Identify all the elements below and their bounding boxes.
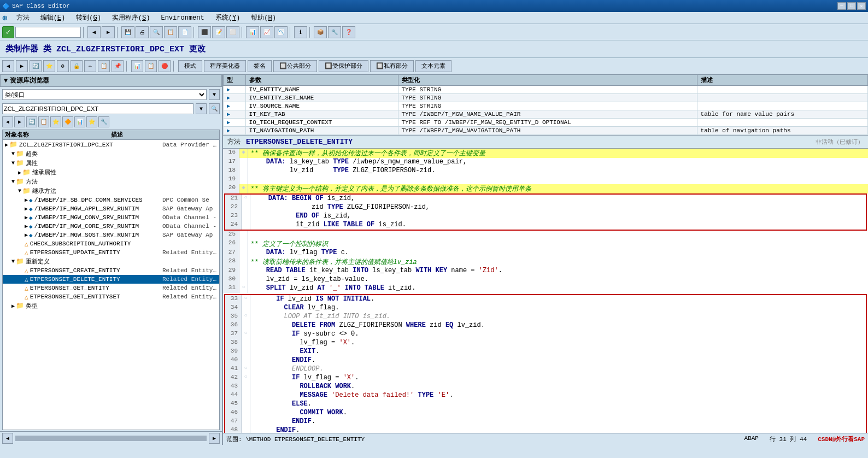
tree-item-create-entity[interactable]: △ ETPERSONSET_CREATE_ENTITY Related Enti… xyxy=(3,266,219,275)
find-button[interactable]: 🔍 xyxy=(150,26,163,38)
tree-toggle-root[interactable]: ▶ xyxy=(5,142,8,148)
tab-signature[interactable]: 签名 xyxy=(248,60,272,72)
tree-item-attributes[interactable]: ▼ 📁 属性 xyxy=(3,158,219,168)
panel-nav-left[interactable]: ◀ xyxy=(2,433,13,444)
tree-toggle-if-mgw-conv[interactable]: ▶ xyxy=(25,214,28,221)
menu-item-system[interactable]: 系统(Y) xyxy=(213,12,243,24)
tree-toggle-redefine[interactable]: ▼ xyxy=(11,259,15,265)
command-input[interactable] xyxy=(15,27,81,38)
panel-tb-4[interactable]: 📋 xyxy=(38,116,49,127)
tb-btn-3[interactable]: 📋 xyxy=(164,26,177,38)
tree-toggle-types[interactable]: ▶ xyxy=(11,303,15,309)
tb-btn-10[interactable]: 📉 xyxy=(274,26,288,38)
print-button[interactable]: 🖨 xyxy=(136,26,149,38)
tree-item-if-mgw-conv[interactable]: ▶ ◆ /IWBEP/IF_MGW_CONV_SRV_RUNTIM OData … xyxy=(3,213,219,222)
sec-btn-4[interactable]: 🔒 xyxy=(71,60,83,72)
class-name-input[interactable] xyxy=(2,103,193,114)
tb-btn-11[interactable]: ℹ xyxy=(294,26,307,38)
tab-mode[interactable]: 模式 xyxy=(178,60,202,72)
tree-item-if-mgw-core[interactable]: ▶ ◆ /IWBEP/IF_MGW_CORE_SRV_RUNTIM OData … xyxy=(3,222,219,231)
sec-btn-10[interactable]: 🔴 xyxy=(159,60,171,72)
tab-public[interactable]: 🔲公共部分 xyxy=(273,60,317,72)
menu-item-goto[interactable]: 转到(G) xyxy=(74,12,103,24)
panel-scrollbar[interactable] xyxy=(15,436,207,441)
confirm-button[interactable]: ✓ xyxy=(2,26,14,38)
sec-btn-5[interactable]: ✏ xyxy=(84,60,96,72)
forward-button[interactable]: ▶ xyxy=(102,26,115,38)
panel-tb-1[interactable]: ◀ xyxy=(2,116,13,127)
tree-toggle-if-mgw-core[interactable]: ▶ xyxy=(25,223,28,230)
tb-btn-14[interactable]: ❓ xyxy=(342,26,355,38)
line-num-36: 36 xyxy=(225,321,242,330)
tree-toggle-if-mgw-appl[interactable]: ▶ xyxy=(25,205,28,212)
tree-item-redefine[interactable]: ▼ 📁 重新定义 xyxy=(3,257,219,266)
sec-btn-7[interactable]: 📌 xyxy=(112,60,124,72)
tb-btn-13[interactable]: 🔧 xyxy=(328,26,341,38)
tree-toggle-attributes[interactable]: ▼ xyxy=(11,160,15,166)
tree-toggle-superclass[interactable]: ▼ xyxy=(11,151,15,157)
tree-item-superclass[interactable]: ▼ 📁 超类 xyxy=(3,149,219,158)
tab-protected[interactable]: 🔲受保护部分 xyxy=(319,60,368,72)
tb-btn-12[interactable]: 📦 xyxy=(314,26,327,38)
panel-collapse-icon[interactable]: ▼ xyxy=(4,77,8,85)
tree-item-inherited-methods[interactable]: ▼ 📁 继承方法 xyxy=(3,186,219,196)
tree-item-types[interactable]: ▶ 📁 类型 xyxy=(3,301,219,310)
panel-dropdown-btn[interactable]: ▼ xyxy=(209,89,220,100)
tree-item-get-entity[interactable]: △ ETPERSONSET_GET_ENTITY Related EntityS… xyxy=(3,284,219,292)
tree-item-delete-entity[interactable]: △ ETPERSONSET_DELETE_ENTITY Related Enti… xyxy=(3,275,219,284)
tree-toggle-methods[interactable]: ▼ xyxy=(11,179,15,185)
sec-btn-1[interactable]: 🔄 xyxy=(30,60,42,72)
menu-item-environment[interactable]: Environment xyxy=(159,13,206,23)
panel-tb-2[interactable]: ▶ xyxy=(14,116,25,127)
sec-btn-6[interactable]: 📋 xyxy=(98,60,110,72)
browse-button[interactable]: ▼ xyxy=(196,103,207,114)
tree-toggle-inherited-methods[interactable]: ▼ xyxy=(18,188,21,194)
panel-tb-3[interactable]: 🔄 xyxy=(26,116,37,127)
menu-item-utility[interactable]: 实用程序(S) xyxy=(110,12,153,24)
menu-item-help[interactable]: 帮助(H) xyxy=(249,12,278,24)
tree-toggle-inherited-attrs[interactable]: ▶ xyxy=(18,169,21,176)
tb-btn-8[interactable]: 📊 xyxy=(246,26,259,38)
search-button[interactable]: 🔍 xyxy=(209,103,220,114)
panel-tb-6[interactable]: 🔶 xyxy=(62,116,73,127)
tree-toggle-if-sb[interactable]: ▶ xyxy=(25,197,28,203)
tb-btn-6[interactable]: 📝 xyxy=(212,26,225,38)
tb-btn-4[interactable]: 📄 xyxy=(178,26,191,38)
maximize-button[interactable]: □ xyxy=(847,2,856,10)
panel-tb-7[interactable]: 📊 xyxy=(74,116,85,127)
tree-item-check-sub[interactable]: △ CHECK_SUBSCRIPTION_AUTHORITY xyxy=(3,239,219,248)
tab-private[interactable]: 🔲私有部分 xyxy=(370,60,414,72)
code-area[interactable]: 16 ◆ ** 确保备件查询一样，从初始化传送过来一个各件表，同时定义了一个主键… xyxy=(223,149,868,433)
nav-forward-button[interactable]: ▶ xyxy=(16,60,28,72)
panel-tb-8[interactable]: ⭐ xyxy=(86,116,97,127)
tree-item-update-entity[interactable]: △ ETPERSONSET_UPDATE_ENTITY Related Enti… xyxy=(3,248,219,257)
tree-item-get-entityset[interactable]: △ ETPERSONSET_GET_ENTITYSET Related Enti… xyxy=(3,292,219,301)
menu-item-edit[interactable]: 编辑(E) xyxy=(38,12,68,24)
tb-btn-7[interactable]: ⬜ xyxy=(226,26,239,38)
sec-btn-2[interactable]: ⭐ xyxy=(43,60,55,72)
minimize-button[interactable]: ─ xyxy=(837,2,846,10)
tree-item-if-mgw-sost[interactable]: ▶ ◆ /IWBEP/IF_MGW_SOST_SRV_RUNTIM SAP Ga… xyxy=(3,231,219,239)
tree-item-if-mgw-appl[interactable]: ▶ ◆ /IWBEP/IF_MGW_APPL_SRV_RUNTIM SAP Ga… xyxy=(3,204,219,213)
panel-tb-9[interactable]: 🔧 xyxy=(98,116,109,127)
tab-text[interactable]: 文本元素 xyxy=(415,60,451,72)
menu-item-method[interactable]: 方法 xyxy=(14,12,32,24)
tree-item-root[interactable]: ▶ 📁 ZCL_ZLGZFIRSTFIORI_DPC_EXT Data Prov… xyxy=(3,140,219,149)
tb-btn-5[interactable]: ⬛ xyxy=(198,26,211,38)
class-type-select[interactable]: 类/接口 xyxy=(2,89,207,100)
tb-btn-9[interactable]: 📈 xyxy=(260,26,273,38)
tab-beautifier[interactable]: 程序美化器 xyxy=(204,60,246,72)
nav-back-button[interactable]: ◀ xyxy=(2,60,14,72)
sec-btn-9[interactable]: 📋 xyxy=(145,60,157,72)
sec-btn-8[interactable]: 📊 xyxy=(131,60,143,72)
panel-nav-right[interactable]: ▶ xyxy=(209,433,220,444)
tree-item-methods[interactable]: ▼ 📁 方法 xyxy=(3,177,219,186)
tree-item-inherited-attrs[interactable]: ▶ 📁 继承属性 xyxy=(3,168,219,177)
sec-btn-3[interactable]: ⚙ xyxy=(57,60,69,72)
close-button[interactable]: ✕ xyxy=(857,2,866,10)
tree-item-if-sb[interactable]: ▶ ◆ /IWBEP/IF_SB_DPC_COMM_SERVICES DPC C… xyxy=(3,196,219,204)
tree-toggle-if-mgw-sost[interactable]: ▶ xyxy=(25,232,28,238)
save-button[interactable]: 💾 xyxy=(121,26,134,38)
panel-tb-5[interactable]: ⭐ xyxy=(50,116,61,127)
back-button[interactable]: ◀ xyxy=(87,26,101,38)
